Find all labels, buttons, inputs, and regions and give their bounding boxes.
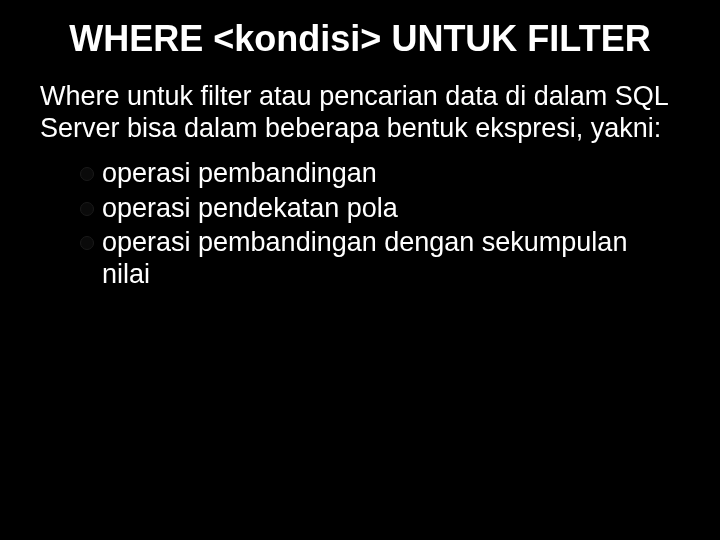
slide: WHERE <kondisi> UNTUK FILTER Where untuk… — [0, 0, 720, 540]
slide-body: Where untuk filter atau pencarian data d… — [0, 71, 720, 290]
list-item: operasi pendekatan pola — [80, 192, 680, 224]
list-item: operasi pembandingan — [80, 157, 680, 189]
bullet-text: operasi pendekatan pola — [102, 193, 398, 223]
bullet-icon — [80, 202, 94, 216]
list-item: operasi pembandingan dengan sekumpulan n… — [80, 226, 680, 291]
bullet-icon — [80, 236, 94, 250]
slide-title: WHERE <kondisi> UNTUK FILTER — [0, 0, 720, 71]
bullet-list: operasi pembandingan operasi pendekatan … — [40, 145, 680, 291]
intro-text: Where untuk filter atau pencarian data d… — [40, 81, 680, 145]
bullet-text: operasi pembandingan dengan sekumpulan n… — [102, 227, 627, 289]
bullet-icon — [80, 167, 94, 181]
bullet-text: operasi pembandingan — [102, 158, 377, 188]
